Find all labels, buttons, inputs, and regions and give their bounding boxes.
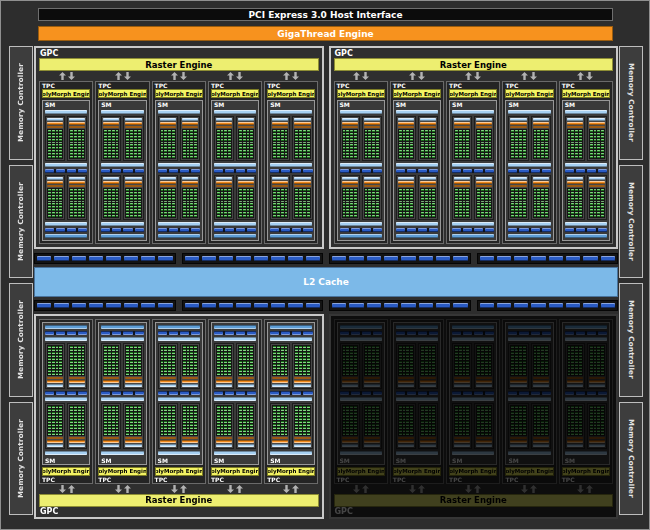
cuda-core (82, 136, 85, 138)
cuda-core (579, 133, 582, 135)
cuda-core (350, 427, 353, 429)
cuda-core (410, 192, 413, 194)
cuda-core (432, 358, 435, 360)
cuda-core (187, 358, 190, 360)
cuda-core (56, 427, 59, 429)
cuda-core (281, 142, 284, 144)
cuda-core (247, 346, 250, 348)
cuda-core (183, 192, 186, 194)
cuda-core (82, 424, 85, 426)
cuda-core (485, 215, 488, 217)
cuda-core (303, 153, 306, 155)
cuda-core (515, 364, 518, 366)
cuda-core (56, 139, 59, 141)
cuda-core (250, 206, 253, 208)
cuda-core (172, 153, 175, 155)
sm-block-column (474, 116, 494, 161)
cuda-core (112, 142, 115, 144)
cuda-core (601, 215, 604, 217)
cuda-core (116, 133, 119, 135)
cuda-core (485, 409, 488, 411)
cuda-core (406, 198, 409, 200)
tpc-label: TPC (209, 476, 261, 483)
cuda-core (463, 192, 466, 194)
cuda-core (168, 136, 171, 138)
cuda-core (78, 367, 81, 369)
cuda-core (59, 424, 62, 426)
cuda-core (571, 206, 574, 208)
cuda-core (455, 373, 458, 375)
cuda-core (164, 212, 167, 214)
cuda-core (126, 139, 129, 141)
cuda-core (56, 133, 59, 135)
cuda-core (281, 415, 284, 417)
cuda-core (601, 139, 604, 141)
cuda-core (354, 147, 357, 149)
cuda-core (481, 203, 484, 205)
cuda-core (590, 198, 593, 200)
cuda-core (299, 430, 302, 432)
cuda-core (190, 142, 193, 144)
core-grid (567, 345, 583, 376)
cuda-core (579, 139, 582, 141)
sm: SM (505, 322, 553, 465)
warp-scheduler-bar (69, 181, 85, 184)
cuda-core (511, 203, 514, 205)
cuda-core (168, 201, 171, 203)
cuda-core (368, 153, 371, 155)
cuda-core (277, 373, 280, 375)
sm-interconnect-row (508, 169, 550, 173)
sm-interconnect-chip (236, 169, 245, 173)
cuda-core (138, 412, 141, 414)
cuda-core (56, 203, 59, 205)
cuda-core (70, 406, 73, 408)
cuda-core (459, 349, 462, 351)
polymorph-engine-label: PolyMorph Engine (155, 469, 203, 475)
dispatch-unit-bar (182, 185, 198, 187)
cuda-core (485, 364, 488, 366)
cuda-core (108, 418, 111, 420)
l2-cache-label: L2 Cache (303, 277, 349, 287)
tpc-label: TPC (503, 476, 555, 483)
cuda-core (130, 153, 133, 155)
cuda-core (168, 409, 171, 411)
arrow-up-icon (521, 485, 528, 493)
cuda-core (368, 430, 371, 432)
cuda-core (523, 150, 526, 152)
cuda-core (368, 373, 371, 375)
cuda-core (523, 136, 526, 138)
cuda-core (243, 415, 246, 417)
cuda-core (168, 349, 171, 351)
cuda-core (541, 412, 544, 414)
cuda-core (410, 198, 413, 200)
sm-block-column (214, 403, 234, 449)
warp-scheduler-bar (533, 380, 549, 383)
cuda-core (228, 424, 231, 426)
cuda-core (277, 352, 280, 354)
cuda-core (568, 370, 571, 372)
cuda-core (534, 201, 537, 203)
cuda-core (594, 203, 597, 205)
cuda-core (116, 192, 119, 194)
cuda-core (108, 139, 111, 141)
cuda-core (104, 130, 107, 132)
cuda-core (187, 349, 190, 351)
cuda-core (425, 349, 428, 351)
cuda-core (108, 346, 111, 348)
cuda-core (108, 215, 111, 217)
cuda-core (187, 156, 190, 158)
cuda-core (534, 136, 537, 138)
sm-processing-block (101, 116, 143, 161)
sm-shared-memory-bar (270, 397, 312, 401)
cuda-core (130, 147, 133, 149)
cuda-core (239, 133, 242, 135)
cuda-core (138, 355, 141, 357)
cuda-core (481, 370, 484, 372)
sm-interconnect-row (101, 391, 143, 395)
cuda-core (82, 358, 85, 360)
cuda-core (187, 206, 190, 208)
cuda-core (343, 212, 346, 214)
sm-shared-memory-bar (45, 163, 87, 167)
sm-body (43, 108, 89, 240)
cuda-core (239, 367, 242, 369)
